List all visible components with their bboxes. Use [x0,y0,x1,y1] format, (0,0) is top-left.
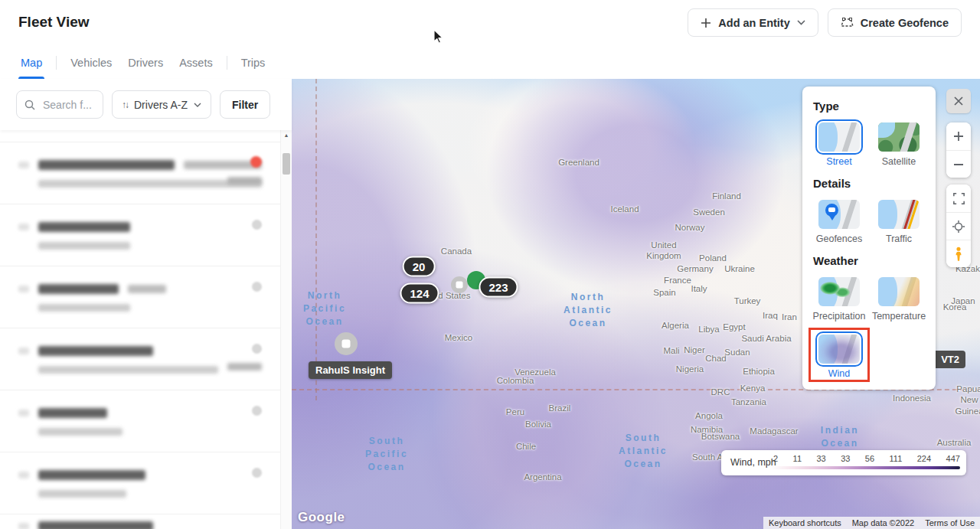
map-canvas[interactable]: RahulS Insight VT2 Wind, mph 21133335611… [292,79,980,529]
driver-row-line2 [18,304,262,312]
asset-marker[interactable] [335,332,358,355]
scroll-up-arrow[interactable]: ▲ [281,132,292,138]
redacted-index [18,410,29,416]
tab-assets[interactable]: Assets [177,46,215,79]
close-panel-button[interactable] [946,89,971,113]
country-label: Sudan [724,347,750,358]
street-thumbnail-art [818,122,860,152]
attribution-terms-of-use[interactable]: Terms of Use [920,517,980,529]
layers-panel-content: TypeStreetSatelliteDetailsGeofencesTraff… [813,100,925,379]
precipitation-thumbnail [818,277,860,306]
driver-row-line1 [18,283,262,294]
attribution-keyboard-shortcuts[interactable]: Keyboard shortcuts [763,517,847,529]
country-label: Ethiopia [743,366,775,377]
layer-thumbnail-frame [815,331,863,367]
layer-option-label: Wind [828,368,850,379]
wind-legend-label: Wind, mph [730,457,776,468]
tab-trips[interactable]: Trips [239,46,268,79]
sort-dropdown[interactable]: ↑↓ Drivers A-Z [112,90,211,119]
redacted-driver-name [38,284,119,294]
sort-arrows-icon: ↑↓ [122,100,128,110]
country-label: Algeria [662,320,689,331]
zoom-in-button[interactable] [946,122,971,150]
dateline-dashed-line [315,79,317,400]
redacted-location-text [38,304,130,312]
layer-thumbnail-frame [875,274,923,309]
attribution-map-data: Map data ©2022 [847,517,920,529]
redacted-driver-meta [227,177,262,184]
fullscreen-button[interactable] [946,184,971,212]
chevron-down-icon [797,20,805,25]
street-thumbnail [818,122,860,152]
country-label: Italy [691,283,707,294]
country-label: Ukraine [724,263,755,274]
plus-icon [701,18,711,28]
panel-section-title: Weather [813,254,925,267]
country-label: Brazil [549,403,571,413]
add-entity-button[interactable]: Add an Entity [688,8,818,37]
driver-list-item[interactable] [0,142,280,204]
redacted-index [18,472,29,478]
layer-option-satellite[interactable]: Satellite [873,119,925,167]
redacted-driver-name [38,346,153,356]
driver-row-line1 [18,407,262,418]
layer-option-wind[interactable]: Wind [813,331,865,379]
scrollbar-thumb[interactable] [283,153,290,175]
driver-row-line1 [18,345,262,356]
tab-divider [227,56,227,70]
country-label: Colombia [497,375,534,386]
layer-option-precipitation[interactable]: Precipitation [813,274,865,322]
country-label: Canada [441,246,472,256]
legend-tick: 447 [946,454,960,463]
street-view-pegman[interactable] [946,240,971,267]
layer-option-street[interactable]: Street [813,119,865,167]
search-input[interactable] [41,98,95,112]
tab-vehicles[interactable]: Vehicles [68,46,114,79]
driver-list-item[interactable] [0,452,280,514]
vehicle-cluster-dot[interactable] [451,276,468,293]
driver-list-item[interactable] [0,514,280,529]
my-location-button[interactable] [946,212,971,240]
country-label: Bolivia [525,419,551,429]
tab-divider [56,56,57,70]
tab-map[interactable]: Map [18,46,44,79]
create-geofence-button[interactable]: Create Geofence [828,8,962,37]
crosshair-icon [952,220,965,233]
asset-marker-label[interactable]: RahulS Insight [309,361,392,379]
close-icon [953,96,964,106]
country-label: Argentina [524,472,561,482]
panel-option-grid: StreetSatellite [813,119,925,167]
driver-row-right [227,156,262,184]
list-scrollbar[interactable]: ▲ [280,130,292,529]
driver-list-item[interactable] [0,266,280,328]
layer-option-geofences[interactable]: Geofences [813,197,865,244]
driver-list-item[interactable] [0,390,280,452]
zoom-out-button[interactable] [946,150,971,178]
panel-section-title: Type [813,100,925,113]
legend-tick: 2 [773,454,778,463]
cluster-marker[interactable]: 223 [479,277,518,298]
wind-gradient-bar [771,466,960,469]
tab-bar: MapVehiclesDriversAssetsTrips [0,46,980,79]
driver-status-icon [252,282,262,292]
driver-list-item[interactable] [0,328,280,390]
cluster-marker[interactable]: 20 [403,256,436,277]
driver-row-line2 [18,490,262,498]
layer-option-traffic[interactable]: Traffic [873,197,925,244]
wind-thumbnail-art [818,335,860,364]
country-label: Egypt [723,322,745,332]
driver-list-item[interactable] [0,204,280,266]
map-attribution: Keyboard shortcutsMap data ©2022Terms of… [763,517,980,529]
layer-option-label: Precipitation [813,311,866,322]
layer-option-temperature[interactable]: Temperature [873,274,925,322]
tab-drivers[interactable]: Drivers [126,46,165,79]
country-label: Sweden [693,207,725,217]
top-header: Fleet View Add an Entity Create Geofence [0,0,980,46]
cluster-marker[interactable]: 124 [400,283,439,304]
driver-status-icon [252,220,262,230]
ocean-label: Indian Ocean [821,424,859,450]
filter-button[interactable]: Filter [220,90,270,119]
driver-row-right [252,218,262,230]
sidebar-controls: ↑↓ Drivers A-Z Filter [0,79,292,130]
country-label: Botswana [701,431,740,442]
